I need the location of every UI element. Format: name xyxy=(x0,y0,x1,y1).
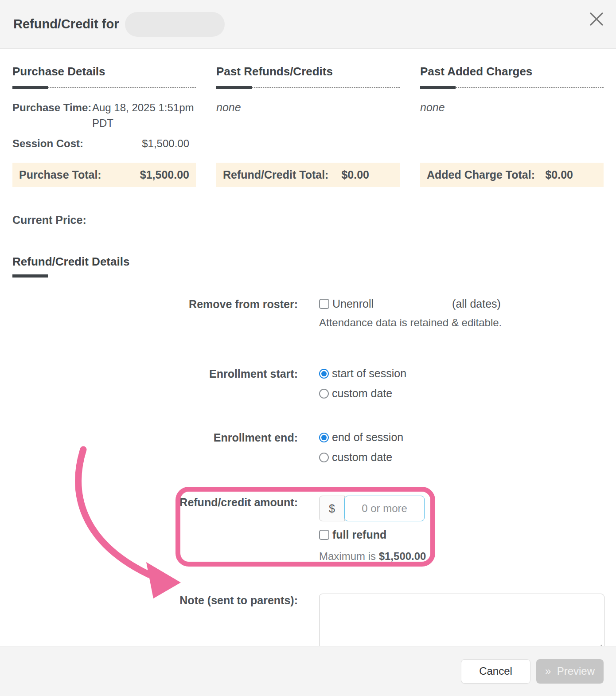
refund-amount-label: Refund/credit amount: xyxy=(12,496,298,509)
remove-from-roster-row: Remove from roster: Unenroll (all dates)… xyxy=(12,297,604,329)
session-cost-label: Session Cost: xyxy=(12,137,83,150)
enrollment-end-session-radio[interactable] xyxy=(319,433,329,442)
enrollment-end-custom-label: custom date xyxy=(332,451,392,464)
enrollment-end-session-label: end of session xyxy=(332,431,403,444)
redacted-student-name xyxy=(125,12,225,37)
session-cost-row: Session Cost: $1,500.00 xyxy=(12,137,196,150)
current-price-label: Current Price: xyxy=(12,214,604,227)
refund-credit-total-value: $0.00 xyxy=(341,168,393,181)
maximum-prefix: Maximum is xyxy=(319,550,379,562)
section-divider xyxy=(420,87,604,88)
refund-credit-total-label: Refund/Credit Total: xyxy=(223,168,328,181)
all-dates-label: (all dates) xyxy=(452,297,501,310)
enrollment-start-custom-radio[interactable] xyxy=(319,389,329,399)
unenroll-label: Unenroll xyxy=(332,297,374,310)
enrollment-start-row: Enrollment start: start of session custo… xyxy=(12,367,604,400)
summary-columns: Purchase Details Purchase Time: Aug 18, … xyxy=(12,65,604,187)
remove-from-roster-label: Remove from roster: xyxy=(12,297,298,311)
currency-prefix: $ xyxy=(319,496,345,521)
modal-footer: Cancel » Preview xyxy=(0,646,616,696)
refund-credit-total-row: Refund/Credit Total: $0.00 xyxy=(216,163,400,187)
enrollment-end-row: Enrollment end: end of session custom da… xyxy=(12,431,604,464)
purchase-details-section: Purchase Details Purchase Time: Aug 18, … xyxy=(12,65,196,187)
note-textarea[interactable] xyxy=(319,594,604,652)
section-divider xyxy=(216,87,400,88)
modal-body: Purchase Details Purchase Time: Aug 18, … xyxy=(0,65,616,655)
refund-credit-modal: Refund/Credit for Purchase Details Purch… xyxy=(0,0,616,696)
enrollment-start-custom-label: custom date xyxy=(332,387,392,400)
past-refunds-empty: none xyxy=(216,101,400,114)
enrollment-end-custom-radio[interactable] xyxy=(319,453,329,462)
preview-button[interactable]: » Preview xyxy=(536,659,604,684)
note-label: Note (sent to parents): xyxy=(12,594,298,607)
past-charges-heading: Past Added Charges xyxy=(420,65,604,78)
maximum-value: $1,500.00 xyxy=(379,550,426,562)
enrollment-end-label: Enrollment end: xyxy=(12,431,298,444)
added-charge-total-value: $0.00 xyxy=(545,168,597,181)
close-icon[interactable] xyxy=(587,10,606,29)
unenroll-checkbox[interactable] xyxy=(319,299,329,309)
enrollment-start-session-label: start of session xyxy=(332,367,406,380)
enrollment-start-label: Enrollment start: xyxy=(12,367,298,380)
past-refunds-heading: Past Refunds/Credits xyxy=(216,65,400,78)
purchase-total-row: Purchase Total: $1,500.00 xyxy=(12,163,196,187)
past-refunds-section: Past Refunds/Credits none Refund/Credit … xyxy=(216,65,400,187)
full-refund-label: full refund xyxy=(332,528,386,541)
full-refund-checkbox[interactable] xyxy=(319,530,329,540)
maximum-note: Maximum is $1,500.00 xyxy=(319,550,604,563)
past-charges-section: Past Added Charges none Added Charge Tot… xyxy=(420,65,604,187)
purchase-total-label: Purchase Total: xyxy=(19,168,101,181)
purchase-time-value: Aug 18, 2025 1:51pm PDT xyxy=(92,100,196,131)
preview-button-label: Preview xyxy=(557,665,595,677)
enrollment-start-session-radio[interactable] xyxy=(319,369,329,379)
chevron-right-icon: » xyxy=(545,665,551,677)
session-cost-value: $1,500.00 xyxy=(142,137,189,150)
refund-amount-row: Refund/credit amount: $ full refund Maxi… xyxy=(12,496,604,563)
cancel-button[interactable]: Cancel xyxy=(461,659,530,684)
purchase-time-label: Purchase Time: xyxy=(12,100,92,131)
past-charges-empty: none xyxy=(420,101,604,114)
added-charge-total-label: Added Charge Total: xyxy=(427,168,535,181)
section-divider xyxy=(12,87,196,88)
refund-amount-input[interactable] xyxy=(344,496,425,521)
refund-credit-details-heading: Refund/Credit Details xyxy=(12,255,604,269)
modal-title: Refund/Credit for xyxy=(13,17,119,31)
modal-header: Refund/Credit for xyxy=(0,0,616,49)
purchase-details-heading: Purchase Details xyxy=(12,65,196,78)
purchase-total-value: $1,500.00 xyxy=(140,168,189,181)
section-divider xyxy=(12,276,604,276)
added-charge-total-row: Added Charge Total: $0.00 xyxy=(420,163,604,187)
purchase-time-row: Purchase Time: Aug 18, 2025 1:51pm PDT xyxy=(12,100,196,131)
attendance-helper-text: Attendance data is retained & editable. xyxy=(319,317,604,329)
